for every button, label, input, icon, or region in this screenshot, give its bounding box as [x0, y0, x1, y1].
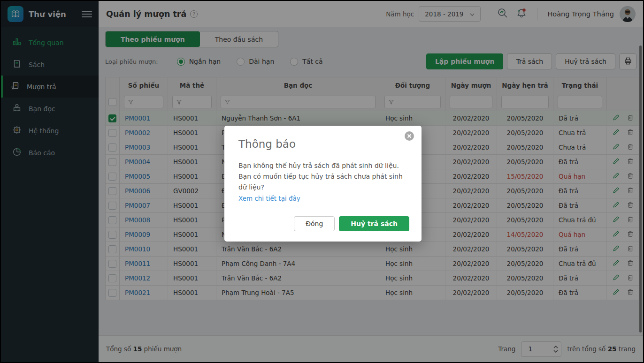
modal-close-button[interactable]: Đóng: [294, 216, 335, 231]
app-window: Thư viện Tổng quan Sách Mượn trả Bạn đọc: [0, 0, 644, 363]
modal-confirm-cancel-return-button[interactable]: Huỷ trả sách: [339, 216, 409, 231]
modal-title: Thông báo: [238, 138, 409, 150]
close-icon[interactable]: [405, 131, 414, 141]
modal-message: Bạn không thể hủy trả sách đã phát sinh …: [238, 160, 406, 193]
modal-detail-link[interactable]: Xem chi tiết tại đây: [238, 195, 300, 202]
notification-modal: Thông báo Bạn không thể hủy trả sách đã …: [224, 126, 422, 242]
